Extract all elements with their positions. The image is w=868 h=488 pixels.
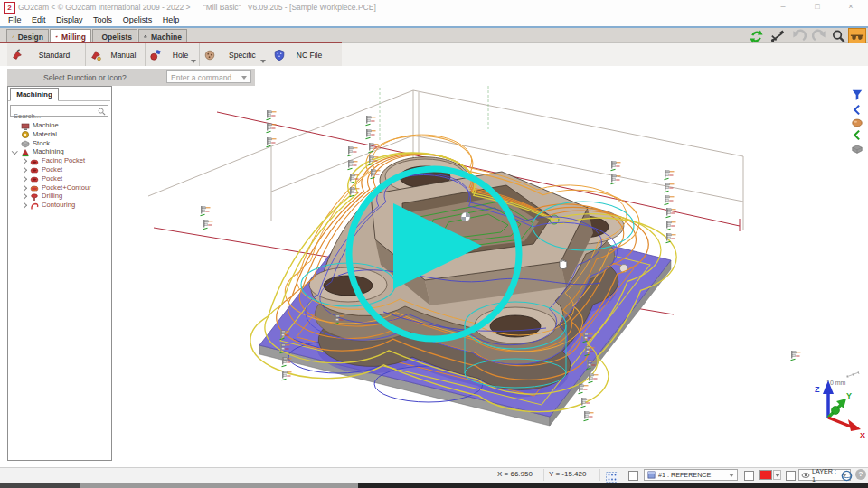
layer-checkbox[interactable] — [786, 471, 796, 481]
tab-design-label: Design — [18, 33, 43, 42]
status-bar — [0, 467, 868, 483]
y-axis-label: Y — [846, 391, 852, 400]
maximize-button[interactable]: □ — [807, 0, 827, 13]
grid-icon — [606, 472, 618, 483]
chevron-left-blue-icon — [852, 104, 863, 116]
scale-indicator: 10 mm — [826, 371, 859, 386]
status-divider — [599, 469, 600, 481]
expand-icon[interactable] — [21, 193, 26, 199]
tab-milling[interactable]: Milling — [50, 29, 91, 43]
color-caret-icon — [775, 474, 780, 477]
tree-search-box[interactable] — [10, 105, 108, 117]
tab-opelists[interactable]: Opelists — [92, 29, 137, 43]
ribbon-group-row: Standard Manual Hole Specific NC File — [7, 43, 342, 66]
tree-item-pocket-2[interactable]: Pocket — [8, 174, 109, 183]
reference-checkbox[interactable] — [628, 471, 638, 481]
tree-label: Machine — [33, 121, 59, 130]
tree-label: Contouring — [42, 201, 75, 210]
menu-help[interactable]: Help — [163, 15, 180, 24]
tree-label: Material — [33, 130, 57, 139]
tree-item-pocket-contour[interactable]: Pocket+Contour — [8, 183, 109, 192]
manual-icon — [90, 49, 102, 61]
reference-icon — [647, 471, 656, 479]
expand-icon[interactable] — [21, 185, 26, 191]
command-input[interactable]: Enter a command — [166, 70, 251, 83]
tree-label: Stock — [33, 139, 50, 148]
manual-label: Manual — [102, 51, 145, 60]
hole-icon — [149, 49, 162, 61]
standard-label: Standard — [24, 51, 85, 60]
taskbar-segment — [0, 483, 80, 488]
expand-icon[interactable] — [21, 176, 26, 182]
x-value: 66.950 — [510, 470, 532, 478]
tree-item-contouring[interactable]: Contouring — [8, 201, 109, 210]
caliper-icon — [769, 29, 785, 44]
tree-item-machining[interactable]: Machining — [8, 147, 109, 156]
command-dropdown-caret[interactable] — [241, 76, 247, 80]
layer-eye-icon — [801, 472, 810, 479]
manual-cycle-button[interactable]: Manual — [86, 43, 146, 66]
menu-tools[interactable]: Tools — [93, 15, 112, 24]
color-dropdown-button[interactable] — [773, 470, 781, 480]
tree-item-material[interactable]: Material — [8, 130, 109, 139]
standard-cycle-button[interactable]: Standard — [7, 43, 86, 66]
filter-button[interactable] — [849, 88, 865, 101]
close-button[interactable]: × — [841, 0, 861, 13]
filter-icon — [851, 89, 863, 101]
nc-file-button[interactable]: NC File — [269, 43, 333, 66]
part-view-icon — [851, 117, 863, 129]
milling-icon — [55, 32, 58, 42]
x-axis-label: X — [860, 431, 865, 440]
reference-select[interactable]: #1 : REFERENCE — [644, 469, 738, 481]
tree-label: Pocket — [42, 174, 62, 183]
search-input[interactable] — [11, 111, 97, 121]
color-checkbox[interactable] — [744, 471, 754, 481]
menu-bar: File Edit Display Tools Opelists Help — [0, 14, 868, 27]
y-label: Y = — [549, 470, 560, 478]
expand-icon[interactable] — [21, 202, 26, 208]
minimize-button[interactable]: – — [773, 0, 793, 13]
x-coordinate: X = 66.950 — [497, 470, 533, 478]
specific-cycle-button[interactable]: Specific — [200, 43, 269, 66]
ribbon-tab-strip: Design Milling Opelists Machine — [0, 28, 868, 43]
tab-milling-label: Milling — [61, 33, 86, 42]
collapse-icon[interactable] — [12, 148, 17, 154]
tree-label: Drilling — [42, 192, 62, 201]
tree-label: Pocket — [42, 165, 62, 174]
expand-icon[interactable] — [21, 158, 26, 164]
show-part-button[interactable] — [849, 116, 865, 129]
specific-dropdown-caret[interactable] — [260, 60, 266, 63]
panel-tab-machining[interactable]: Machining — [10, 88, 59, 101]
hole-cycle-button[interactable]: Hole — [146, 43, 200, 66]
expand-icon[interactable] — [21, 167, 26, 173]
tree-item-drilling[interactable]: Drilling — [8, 192, 109, 201]
reference-value: #1 : REFERENCE — [658, 471, 711, 479]
tab-opelists-label: Opelists — [101, 33, 132, 42]
tab-design[interactable]: Design — [6, 29, 49, 43]
viewport-3d[interactable]: 10 mm Z Y X — [112, 86, 868, 465]
show-stock-button[interactable] — [849, 142, 865, 155]
menu-opelists[interactable]: Opelists — [123, 15, 153, 24]
tree-item-facing-pocket[interactable]: Facing Pocket — [8, 156, 109, 165]
command-prompt-label: Select Function or Icon? — [43, 73, 127, 82]
help-button[interactable]: ? — [855, 469, 866, 480]
menu-edit[interactable]: Edit — [32, 15, 46, 24]
search-icon — [98, 108, 106, 116]
menu-display[interactable]: Display — [56, 15, 83, 24]
tree-item-pocket-1[interactable]: Pocket — [8, 165, 109, 174]
tree-item-machine[interactable]: Machine — [8, 121, 109, 130]
z-axis-label: Z — [815, 385, 820, 394]
previous-op-button[interactable] — [849, 103, 865, 117]
active-color-swatch[interactable] — [760, 470, 772, 480]
tree-item-stock[interactable]: Stock — [8, 139, 109, 148]
orbit-icon — [841, 470, 853, 482]
hole-dropdown-caret[interactable] — [191, 60, 196, 63]
menu-file[interactable]: File — [8, 15, 22, 24]
previous-step-button[interactable] — [849, 128, 865, 142]
go2cam-window: 2 GO2cam < © GO2cam International 2009 -… — [0, 0, 868, 488]
contouring-icon — [30, 202, 39, 211]
hole-label: Hole — [162, 51, 199, 60]
tab-machine[interactable]: Machine — [138, 29, 187, 43]
redo-icon — [812, 29, 827, 44]
tree-label: Facing Pocket — [42, 156, 85, 165]
